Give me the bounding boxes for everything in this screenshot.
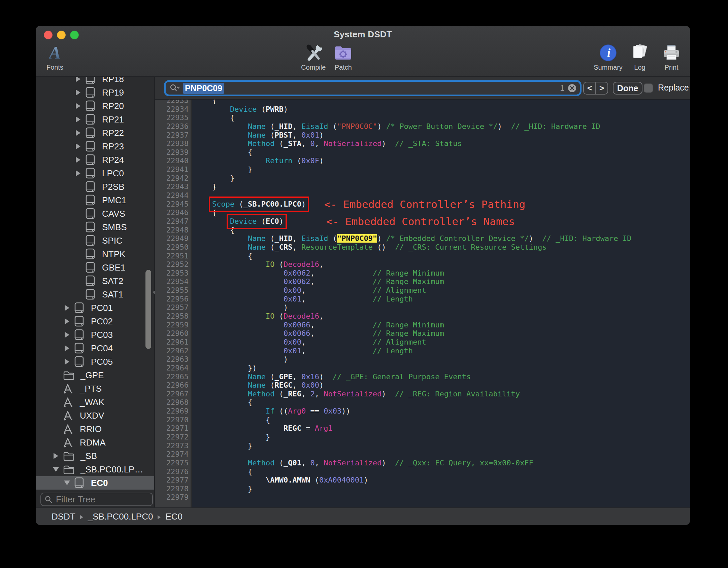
tree-item-pc04[interactable]: PC04	[36, 342, 154, 355]
tree-item-pc01[interactable]: PC01	[36, 301, 154, 315]
disclosure-down-icon[interactable]	[52, 467, 60, 472]
tree-item-pmc1[interactable]: PMC1	[36, 193, 154, 207]
disclosure-right-icon[interactable]	[74, 90, 82, 96]
replace-checkbox[interactable]	[644, 83, 653, 93]
line-number: 22949	[155, 234, 192, 243]
sidebar-scrollbar[interactable]	[145, 270, 151, 349]
clear-search-icon[interactable]	[568, 84, 576, 93]
disclosure-down-icon[interactable]	[63, 481, 71, 485]
device-icon	[85, 87, 95, 98]
disclosure-right-icon[interactable]	[74, 116, 82, 122]
device-icon	[85, 100, 95, 112]
tree-item-rp21[interactable]: RP21	[36, 113, 154, 126]
device-icon	[85, 248, 95, 260]
tree-item-ec0[interactable]: EC0	[36, 476, 154, 490]
tree-item-_sb[interactable]: _SB	[36, 449, 154, 463]
log-icon	[630, 43, 649, 62]
line-number: 22934	[155, 105, 192, 114]
disclosure-right-icon[interactable]	[74, 170, 82, 176]
tree-item-_gpe[interactable]: _GPE	[36, 368, 154, 382]
disclosure-right-icon[interactable]	[63, 332, 71, 338]
line-content: })	[193, 364, 690, 372]
tree-item-spic[interactable]: SPIC	[36, 234, 154, 247]
tree-item-p2sb[interactable]: P2SB	[36, 180, 154, 193]
tree-item-smbs[interactable]: SMBS	[36, 220, 154, 234]
source-editor[interactable]: 22933 {22934 Device (PWRB)22935 {22936 N…	[155, 100, 690, 507]
find-previous-button[interactable]: <	[584, 82, 595, 94]
disclosure-right-icon[interactable]	[63, 359, 71, 365]
disclosure-right-icon[interactable]	[74, 143, 82, 149]
tree-item-label: UXDV	[80, 411, 104, 421]
tree-item-sat2[interactable]: SAT2	[36, 274, 154, 288]
done-button[interactable]: Done	[613, 82, 642, 95]
tree-item-pc05[interactable]: PC05	[36, 355, 154, 368]
breadcrumb-item[interactable]: _SB.PC00.LPC0	[88, 511, 153, 522]
code-line: 22935 {	[155, 113, 690, 122]
tree-item-rp23[interactable]: RP23	[36, 140, 154, 153]
find-next-button[interactable]: >	[595, 82, 607, 94]
tree-item-pc03[interactable]: PC03	[36, 328, 154, 342]
filter-placeholder: Filter Tree	[56, 494, 95, 505]
summary-button[interactable]: i Summary	[595, 43, 621, 71]
code-line: 22950 Name (_CRS, ResourceTemplate () //…	[155, 243, 690, 252]
line-number: 22955	[155, 286, 192, 295]
tree-item-rp22[interactable]: RP22	[36, 126, 154, 140]
tree-item-rp24[interactable]: RP24	[36, 153, 154, 167]
tree-item-uxdv[interactable]: UXDV	[36, 409, 154, 422]
line-content: Name (_HID, EisaId ("PNP0C09") /* Embedd…	[193, 234, 690, 243]
code-line: 22960 0x0066, // Range Maximum	[155, 329, 690, 338]
line-number: 22937	[155, 131, 192, 140]
line-number: 22975	[155, 459, 192, 467]
find-query-selected-text: PNP0C09	[183, 83, 224, 94]
folder-icon	[63, 465, 74, 474]
compile-button[interactable]: Compile	[301, 43, 326, 71]
disclosure-right-icon[interactable]	[63, 318, 71, 324]
patch-button[interactable]: Patch	[334, 43, 353, 71]
tree-item-ntpk[interactable]: NTPK	[36, 247, 154, 261]
breadcrumb-item[interactable]: DSDT	[52, 511, 75, 522]
tree-item-sat1[interactable]: SAT1	[36, 288, 154, 301]
log-button[interactable]: Log	[627, 43, 653, 71]
find-input[interactable]: PNP0C09 1	[164, 80, 582, 96]
tree-item-rp18[interactable]: RP18	[36, 77, 154, 86]
tree-item-_pts[interactable]: _PTS	[36, 382, 154, 395]
device-icon	[74, 356, 84, 367]
line-number: 22944	[155, 191, 192, 200]
disclosure-right-icon[interactable]	[52, 453, 60, 459]
filter-tree-input[interactable]: Filter Tree	[40, 493, 153, 506]
disclosure-right-icon[interactable]	[74, 77, 82, 82]
code-line: 22954 0x0062, // Range Maximum	[155, 277, 690, 286]
fonts-button[interactable]: A Fonts	[43, 43, 67, 71]
tree-item-rdma[interactable]: RDMA	[36, 436, 154, 449]
line-number: 22942	[155, 174, 192, 183]
disclosure-right-icon[interactable]	[74, 157, 82, 163]
tree-item-rrio[interactable]: RRIO	[36, 422, 154, 436]
disclosure-right-icon[interactable]	[74, 103, 82, 109]
breadcrumb-item[interactable]: EC0	[165, 511, 183, 522]
line-content: {	[193, 416, 690, 424]
tree-item-rp19[interactable]: RP19	[36, 86, 154, 99]
tree-item-pc02[interactable]: PC02	[36, 315, 154, 328]
code-line: 22939 {	[155, 148, 690, 157]
code-line: 22958 IO (Decode16,	[155, 312, 690, 321]
search-menu-icon[interactable]	[170, 84, 180, 93]
tree-item-lpc0[interactable]: LPC0	[36, 167, 154, 180]
disclosure-right-icon[interactable]	[63, 345, 71, 351]
disclosure-right-icon[interactable]	[74, 130, 82, 136]
code-line: 22968 {	[155, 398, 690, 407]
tree-item-_wak[interactable]: _WAK	[36, 395, 154, 409]
tree-item-_sbpc00lp[interactable]: _SB.PC00.LP…	[36, 463, 154, 476]
print-button[interactable]: Print	[659, 43, 684, 71]
method-icon	[63, 383, 73, 394]
line-content: {	[193, 113, 690, 122]
tree-item-gbe1[interactable]: GBE1	[36, 261, 154, 274]
disclosure-right-icon[interactable]	[63, 305, 71, 311]
tree-item-rp20[interactable]: RP20	[36, 99, 154, 113]
device-icon	[74, 316, 84, 327]
line-number: 22936	[155, 122, 192, 131]
device-icon	[85, 221, 95, 233]
line-number: 22938	[155, 139, 192, 148]
tree-item-cavs[interactable]: CAVS	[36, 207, 154, 220]
line-content: Method (_STA, 0, NotSerialized) // _STA:…	[193, 139, 690, 148]
line-number: 22951	[155, 252, 192, 260]
